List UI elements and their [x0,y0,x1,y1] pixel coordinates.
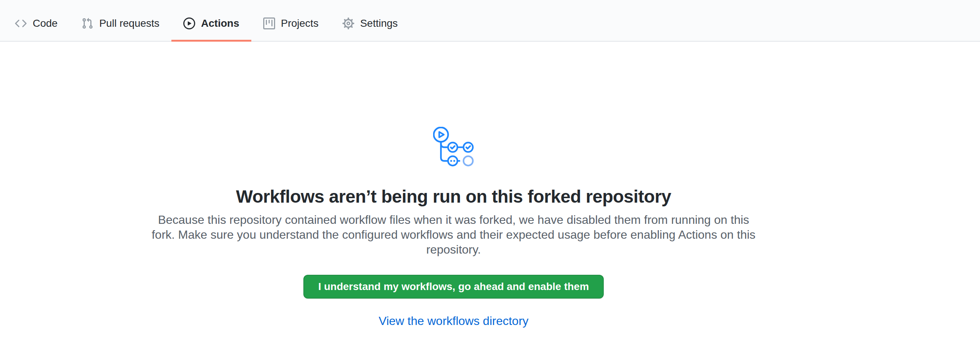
project-icon [263,17,275,29]
tab-projects[interactable]: Projects [251,6,331,41]
page-title: Workflows aren’t being run on this forke… [0,186,907,208]
tab-code[interactable]: Code [3,6,70,41]
enable-workflows-button[interactable]: I understand my workflows, go ahead and … [303,275,604,299]
play-icon [183,17,195,29]
code-icon [15,17,27,29]
tab-label: Actions [201,18,239,29]
workflows-directory-link[interactable]: View the workflows directory [0,313,907,328]
workflow-graph-icon [433,127,474,167]
tab-pull-requests[interactable]: Pull requests [70,6,172,41]
git-pull-request-icon [81,17,93,29]
main-content: Workflows aren’t being run on this forke… [0,42,907,328]
tab-label: Pull requests [99,18,159,29]
tab-label: Code [33,18,57,29]
tab-label: Settings [360,18,398,29]
tab-actions[interactable]: Actions [172,6,251,41]
tab-settings[interactable]: Settings [331,6,410,41]
tab-label: Projects [281,18,318,29]
gear-icon [342,17,354,29]
repo-nav: Code Pull requests Actions Projects [0,0,980,42]
description-text: Because this repository contained workfl… [149,212,759,257]
